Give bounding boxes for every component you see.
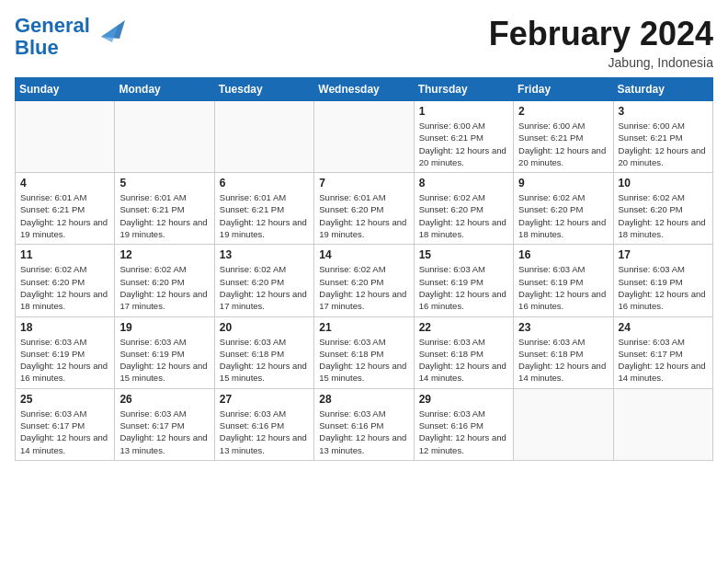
calendar-cell: 28Sunrise: 6:03 AM Sunset: 6:16 PM Dayli… [314, 388, 414, 460]
calendar-cell: 25Sunrise: 6:03 AM Sunset: 6:17 PM Dayli… [16, 388, 115, 460]
calendar-cell: 3Sunrise: 6:00 AM Sunset: 6:21 PM Daylig… [613, 101, 712, 173]
calendar-week-row: 25Sunrise: 6:03 AM Sunset: 6:17 PM Dayli… [16, 388, 713, 460]
day-number: 26 [119, 393, 209, 406]
calendar-cell: 11Sunrise: 6:02 AM Sunset: 6:20 PM Dayli… [16, 245, 115, 316]
calendar-cell: 4Sunrise: 6:01 AM Sunset: 6:21 PM Daylig… [16, 173, 115, 245]
day-info: Sunrise: 6:02 AM Sunset: 6:20 PM Dayligh… [619, 191, 708, 240]
day-info: Sunrise: 6:02 AM Sunset: 6:20 PM Dayligh… [220, 263, 309, 312]
calendar-cell: 21Sunrise: 6:03 AM Sunset: 6:18 PM Dayli… [314, 316, 414, 388]
day-info: Sunrise: 6:01 AM Sunset: 6:21 PM Dayligh… [20, 191, 109, 240]
day-number: 7 [319, 177, 408, 190]
day-number: 10 [619, 177, 708, 190]
calendar-cell: 13Sunrise: 6:02 AM Sunset: 6:20 PM Dayli… [214, 245, 313, 316]
page-header: GeneralBlue February 2024 Jabung, Indone… [15, 15, 713, 70]
calendar-cell: 19Sunrise: 6:03 AM Sunset: 6:19 PM Dayli… [115, 316, 214, 388]
day-number: 12 [119, 248, 209, 261]
day-number: 29 [419, 393, 508, 406]
day-info: Sunrise: 6:03 AM Sunset: 6:19 PM Dayligh… [419, 263, 508, 312]
calendar-cell: 27Sunrise: 6:03 AM Sunset: 6:16 PM Dayli… [214, 388, 313, 460]
day-info: Sunrise: 6:02 AM Sunset: 6:20 PM Dayligh… [319, 263, 408, 312]
day-info: Sunrise: 6:03 AM Sunset: 6:19 PM Dayligh… [20, 336, 109, 385]
day-info: Sunrise: 6:03 AM Sunset: 6:18 PM Dayligh… [220, 336, 309, 385]
day-info: Sunrise: 6:03 AM Sunset: 6:16 PM Dayligh… [419, 408, 508, 456]
day-number: 5 [119, 177, 209, 190]
logo-text: GeneralBlue [15, 15, 90, 59]
calendar-cell [613, 388, 712, 460]
day-info: Sunrise: 6:00 AM Sunset: 6:21 PM Dayligh… [518, 120, 608, 168]
day-number: 24 [619, 321, 708, 334]
calendar-cell [115, 101, 214, 173]
day-number: 28 [319, 393, 408, 406]
day-info: Sunrise: 6:03 AM Sunset: 6:17 PM Dayligh… [20, 408, 109, 456]
calendar-week-row: 4Sunrise: 6:01 AM Sunset: 6:21 PM Daylig… [16, 173, 713, 245]
day-header-saturday: Saturday [613, 78, 712, 101]
day-number: 16 [518, 248, 608, 261]
location-subtitle: Jabung, Indonesia [489, 55, 713, 70]
calendar-cell: 17Sunrise: 6:03 AM Sunset: 6:19 PM Dayli… [613, 245, 712, 316]
day-number: 3 [619, 105, 708, 118]
calendar-cell: 9Sunrise: 6:02 AM Sunset: 6:20 PM Daylig… [514, 173, 613, 245]
calendar-cell: 24Sunrise: 6:03 AM Sunset: 6:17 PM Dayli… [613, 316, 712, 388]
calendar-cell: 16Sunrise: 6:03 AM Sunset: 6:19 PM Dayli… [514, 245, 613, 316]
day-info: Sunrise: 6:02 AM Sunset: 6:20 PM Dayligh… [518, 191, 608, 240]
day-number: 2 [518, 105, 608, 118]
day-info: Sunrise: 6:03 AM Sunset: 6:16 PM Dayligh… [220, 408, 309, 456]
title-block: February 2024 Jabung, Indonesia [489, 15, 713, 70]
day-number: 13 [220, 248, 309, 261]
day-info: Sunrise: 6:00 AM Sunset: 6:21 PM Dayligh… [419, 120, 508, 168]
day-number: 19 [119, 321, 209, 334]
calendar-cell: 1Sunrise: 6:00 AM Sunset: 6:21 PM Daylig… [414, 101, 513, 173]
day-info: Sunrise: 6:00 AM Sunset: 6:21 PM Dayligh… [619, 120, 708, 168]
day-info: Sunrise: 6:03 AM Sunset: 6:19 PM Dayligh… [619, 263, 708, 312]
calendar-cell: 20Sunrise: 6:03 AM Sunset: 6:18 PM Dayli… [214, 316, 313, 388]
day-number: 8 [419, 177, 508, 190]
calendar-cell: 23Sunrise: 6:03 AM Sunset: 6:18 PM Dayli… [514, 316, 613, 388]
day-number: 6 [220, 177, 309, 190]
day-header-friday: Friday [514, 78, 613, 101]
calendar-cell [314, 101, 414, 173]
day-info: Sunrise: 6:02 AM Sunset: 6:20 PM Dayligh… [419, 191, 508, 240]
day-number: 9 [518, 177, 608, 190]
calendar-week-row: 11Sunrise: 6:02 AM Sunset: 6:20 PM Dayli… [16, 245, 713, 316]
day-info: Sunrise: 6:02 AM Sunset: 6:20 PM Dayligh… [20, 263, 109, 312]
calendar-cell: 2Sunrise: 6:00 AM Sunset: 6:21 PM Daylig… [514, 101, 613, 173]
day-header-monday: Monday [115, 78, 214, 101]
calendar-cell [214, 101, 313, 173]
day-header-tuesday: Tuesday [214, 78, 313, 101]
calendar-cell: 8Sunrise: 6:02 AM Sunset: 6:20 PM Daylig… [414, 173, 513, 245]
calendar-cell [514, 388, 613, 460]
day-number: 20 [220, 321, 309, 334]
logo: GeneralBlue [15, 15, 125, 59]
calendar-cell: 18Sunrise: 6:03 AM Sunset: 6:19 PM Dayli… [16, 316, 115, 388]
day-info: Sunrise: 6:03 AM Sunset: 6:18 PM Dayligh… [419, 336, 508, 385]
calendar-cell: 26Sunrise: 6:03 AM Sunset: 6:17 PM Dayli… [115, 388, 214, 460]
day-info: Sunrise: 6:03 AM Sunset: 6:18 PM Dayligh… [319, 336, 408, 385]
day-header-sunday: Sunday [16, 78, 115, 101]
calendar-cell: 29Sunrise: 6:03 AM Sunset: 6:16 PM Dayli… [414, 388, 513, 460]
day-info: Sunrise: 6:03 AM Sunset: 6:19 PM Dayligh… [518, 263, 608, 312]
calendar-header-row: SundayMondayTuesdayWednesdayThursdayFrid… [16, 78, 713, 101]
calendar-cell: 12Sunrise: 6:02 AM Sunset: 6:20 PM Dayli… [115, 245, 214, 316]
day-header-wednesday: Wednesday [314, 78, 414, 101]
day-number: 15 [419, 248, 508, 261]
calendar-cell: 6Sunrise: 6:01 AM Sunset: 6:21 PM Daylig… [214, 173, 313, 245]
day-number: 21 [319, 321, 408, 334]
day-info: Sunrise: 6:03 AM Sunset: 6:18 PM Dayligh… [518, 336, 608, 385]
day-number: 4 [20, 177, 109, 190]
day-number: 17 [619, 248, 708, 261]
calendar-week-row: 1Sunrise: 6:00 AM Sunset: 6:21 PM Daylig… [16, 101, 713, 173]
day-number: 18 [20, 321, 109, 334]
day-info: Sunrise: 6:01 AM Sunset: 6:21 PM Dayligh… [119, 191, 209, 240]
day-info: Sunrise: 6:02 AM Sunset: 6:20 PM Dayligh… [119, 263, 209, 312]
day-info: Sunrise: 6:03 AM Sunset: 6:19 PM Dayligh… [119, 336, 209, 385]
day-info: Sunrise: 6:01 AM Sunset: 6:20 PM Dayligh… [319, 191, 408, 240]
calendar-cell: 15Sunrise: 6:03 AM Sunset: 6:19 PM Dayli… [414, 245, 513, 316]
day-info: Sunrise: 6:03 AM Sunset: 6:16 PM Dayligh… [319, 408, 408, 456]
calendar-cell [16, 101, 115, 173]
day-number: 22 [419, 321, 508, 334]
day-info: Sunrise: 6:03 AM Sunset: 6:17 PM Dayligh… [619, 336, 708, 385]
day-number: 23 [518, 321, 608, 334]
logo-icon [92, 18, 125, 46]
month-title: February 2024 [489, 15, 713, 53]
day-info: Sunrise: 6:01 AM Sunset: 6:21 PM Dayligh… [220, 191, 309, 240]
